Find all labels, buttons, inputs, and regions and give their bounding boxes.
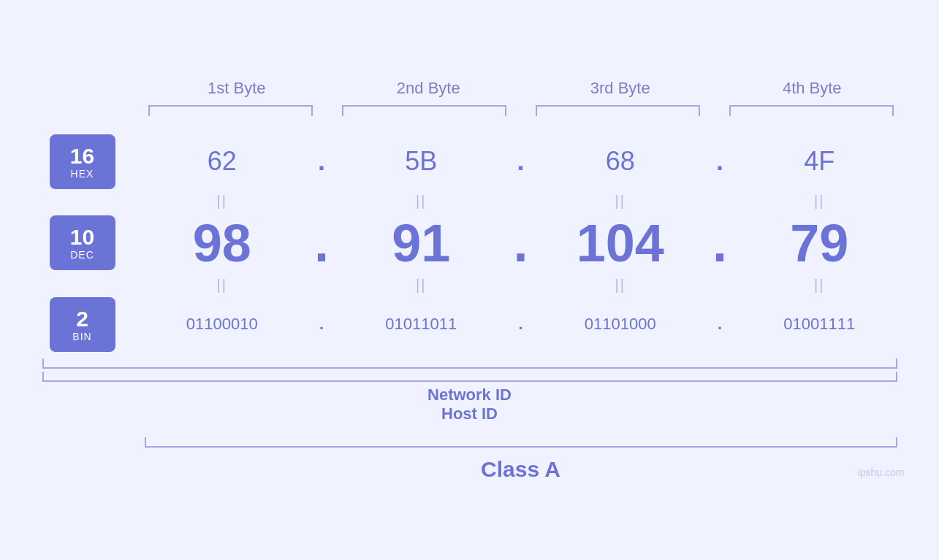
byte-label-3: 3rd Byte [525, 79, 717, 98]
dec-octet-2: 91 [332, 213, 510, 273]
bin-row: 2 BIN 01100010 . 01011011 . 01101000 . 0… [31, 297, 908, 352]
equals-8: || [731, 277, 908, 294]
header-brackets [31, 105, 908, 120]
dot-bin-3: . [709, 315, 731, 334]
network-bracket [42, 356, 897, 369]
dec-octet-1: 98 [134, 213, 311, 273]
dot-hex-3: . [709, 146, 731, 177]
bracket-1 [148, 105, 313, 120]
hex-octet-2: 5B [332, 146, 510, 177]
equals-1: || [134, 193, 311, 210]
byte-label-1: 1st Byte [141, 79, 333, 98]
dot-dec-1: . [311, 213, 332, 273]
class-bracket [145, 434, 897, 448]
dec-row: 10 DEC 98 . 91 . 104 . 79 [31, 213, 908, 273]
hex-octet-4: 4F [731, 146, 908, 177]
main-container: 1st Byte 2nd Byte 3rd Byte 4th Byte 16 H… [31, 79, 908, 482]
bin-octet-1: 01100010 [134, 315, 311, 334]
equals-5: || [134, 277, 311, 294]
dot-hex-1: . [311, 146, 332, 177]
byte-headers: 1st Byte 2nd Byte 3rd Byte 4th Byte [31, 79, 908, 98]
hex-row: 16 HEX 62 . 5B . 68 . 4F [31, 134, 908, 189]
byte-label-2: 2nd Byte [332, 79, 525, 98]
equals-7: || [532, 277, 710, 294]
id-names: Network ID Host ID [31, 386, 908, 423]
bin-octet-4: 01001111 [731, 315, 908, 334]
equals-row-1: || || || || [31, 193, 908, 210]
host-id-label: Host ID [31, 404, 908, 423]
equals-2: || [332, 193, 510, 210]
equals-row-2: || || || || [31, 277, 908, 294]
bracket-2 [342, 105, 506, 120]
id-brackets [31, 356, 908, 382]
hex-octet-1: 62 [134, 146, 311, 177]
equals-6: || [332, 277, 510, 294]
dot-dec-3: . [709, 213, 731, 273]
equals-3: || [532, 193, 710, 210]
bin-octet-2: 01011011 [332, 315, 510, 334]
dot-bin-2: . [510, 315, 532, 334]
bin-octet-3: 01101000 [532, 315, 710, 334]
class-a-label: Class A [134, 457, 908, 482]
dot-hex-2: . [510, 146, 532, 177]
bin-badge: 2 BIN [50, 297, 115, 352]
dec-badge: 10 DEC [50, 215, 115, 270]
class-bracket-row [31, 434, 908, 448]
dot-dec-2: . [510, 213, 532, 273]
hex-badge: 16 HEX [50, 134, 115, 189]
host-bracket [42, 369, 897, 382]
dec-octet-4: 79 [731, 213, 908, 273]
dot-bin-1: . [311, 315, 332, 334]
equals-4: || [731, 193, 908, 210]
bracket-3 [536, 105, 700, 120]
dec-octet-3: 104 [532, 213, 710, 273]
watermark: ipshu.com [858, 467, 905, 478]
hex-octet-3: 68 [532, 146, 710, 177]
class-label-row: Class A [31, 451, 908, 482]
network-id-label: Network ID [31, 386, 908, 404]
bracket-4 [729, 105, 894, 120]
byte-label-4: 4th Byte [716, 79, 908, 98]
